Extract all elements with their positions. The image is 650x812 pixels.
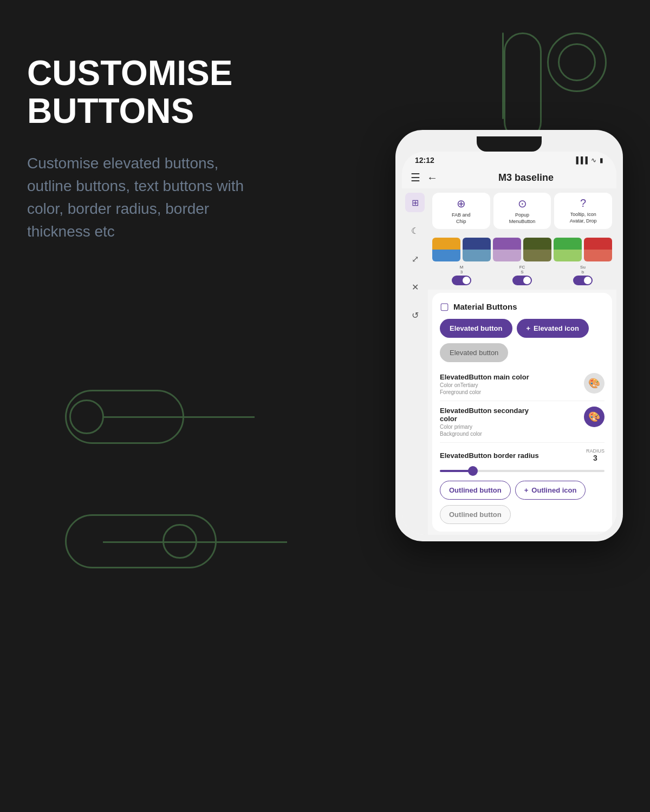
sidebar-item-theme[interactable]: ☾ — [405, 221, 425, 240]
deco-toggle-mid-left-circle — [69, 400, 104, 434]
outlined-plus-icon: + — [524, 486, 529, 494]
section-header-icon: ▢ — [440, 300, 449, 312]
back-icon[interactable]: ← — [427, 172, 438, 184]
swatch-group-sub: Sub — [554, 265, 612, 285]
elevated-icon-button[interactable]: + Elevated icon — [517, 319, 589, 338]
left-section: CUSTOMISE BUTTONS Customise elevated but… — [27, 54, 255, 243]
color-picker-secondary[interactable]: 🎨 — [584, 407, 604, 427]
swatch-5[interactable] — [554, 238, 582, 261]
tab-fab-chip[interactable]: ⊕ FAB andChip — [432, 193, 490, 229]
elevated-button[interactable]: Elevated button — [440, 319, 512, 338]
swatch-toggle-m3[interactable] — [452, 276, 471, 285]
sidebar-item-refresh[interactable]: ↺ — [405, 305, 425, 325]
swatch-3[interactable] — [493, 238, 521, 261]
deco-pill-top — [504, 32, 542, 141]
swatch-labels: M3 FCS Sub — [432, 265, 612, 285]
status-icons: ▐▐▐ ∿ ▮ — [574, 156, 603, 164]
fab-chip-icon: ⊕ — [457, 197, 466, 210]
sidebar: ⊞ ☾ ⤢ ✕ ↺ — [402, 188, 428, 535]
swatch-label-fcs: FCS — [519, 265, 525, 274]
btn-row-2: Elevated button — [440, 343, 604, 362]
color-option-main-title: ElevatedButton main color — [440, 373, 529, 381]
swatch-toggle-fcs[interactable] — [512, 276, 532, 285]
slider-thumb[interactable] — [468, 466, 478, 476]
main-content: ⊕ FAB andChip ⊙ PopupMenuButton ? Toolti… — [428, 188, 616, 535]
slider-track[interactable] — [440, 470, 604, 472]
plus-icon: + — [526, 324, 531, 332]
btn-row-outlined: Outlined button + Outlined icon — [440, 481, 604, 500]
app-body: ⊞ ☾ ⤢ ✕ ↺ ⊕ FAB andChip ⊙ — [402, 188, 616, 535]
phone-outer: 12:12 ▐▐▐ ∿ ▮ ☰ ← M3 baseline ⊞ ☾ ⤢ — [395, 130, 623, 541]
tooltip-icon: ? — [580, 197, 586, 209]
swatch-group-fcs: FCS — [493, 265, 551, 285]
main-title: CUSTOMISE BUTTONS — [27, 54, 255, 130]
color-picker-main[interactable]: 🎨 — [584, 373, 604, 394]
elevated-button-secondary-label: Elevated button — [450, 349, 498, 357]
radius-badge-value: 3 — [586, 454, 604, 462]
color-option-secondary-sub2: Background color — [440, 431, 529, 437]
outlined-secondary-label: Outlined button — [449, 510, 502, 519]
color-option-secondary-text: ElevatedButton secondarycolor Color prim… — [440, 407, 529, 437]
swatch-2[interactable] — [463, 238, 491, 261]
tab-popup-menu[interactable]: ⊙ PopupMenuButton — [493, 193, 551, 229]
color-option-secondary-title: ElevatedButton secondarycolor — [440, 407, 529, 423]
elevated-button-label: Elevated button — [450, 324, 503, 332]
deco-toggle-mid-left — [65, 390, 184, 444]
swatch-label-sub: Sub — [580, 265, 586, 274]
swatch-toggle-sub[interactable] — [573, 276, 593, 285]
outlined-button[interactable]: Outlined button — [440, 481, 511, 500]
radius-row: ElevatedButton border radius RADIUS 3 — [440, 443, 604, 468]
sidebar-item-expand[interactable]: ⤢ — [405, 249, 425, 269]
phone-container: 12:12 ▐▐▐ ∿ ▮ ☰ ← M3 baseline ⊞ ☾ ⤢ — [395, 130, 623, 541]
outlined-icon-label: Outlined icon — [531, 486, 576, 494]
section-header: ▢ Material Buttons — [440, 300, 604, 312]
tab-row: ⊕ FAB andChip ⊙ PopupMenuButton ? Toolti… — [428, 188, 616, 233]
sidebar-item-minimize[interactable]: ✕ — [405, 277, 425, 297]
buttons-section: ▢ Material Buttons Elevated button + Ele… — [432, 293, 612, 532]
radius-badge: RADIUS 3 — [586, 448, 604, 462]
deco-line-vertical — [502, 32, 504, 119]
elevated-button-secondary[interactable]: Elevated button — [440, 343, 508, 362]
deco-circle-top — [547, 32, 607, 92]
swatch-label-m3: M3 — [460, 265, 464, 274]
outlined-icon-button[interactable]: + Outlined icon — [515, 481, 586, 500]
btn-row-1: Elevated button + Elevated icon — [440, 319, 604, 338]
outlined-secondary-button[interactable]: Outlined button — [440, 505, 511, 524]
wifi-icon: ∿ — [591, 156, 596, 164]
outlined-secondary-partial: Outlined button — [440, 505, 604, 524]
deco-toggle-bottom-left — [65, 514, 217, 568]
tooltip-label: Tooltip, IconAvatar, Drop — [570, 212, 597, 224]
swatch-1[interactable] — [432, 238, 460, 261]
color-option-secondary-sub1: Color primary — [440, 424, 529, 430]
header-title: M3 baseline — [444, 172, 608, 184]
elevated-icon-label: Elevated icon — [534, 324, 579, 332]
deco-line-bottom — [103, 541, 287, 543]
swatch-row — [432, 238, 612, 261]
swatch-4[interactable] — [523, 238, 551, 261]
popup-menu-icon: ⊙ — [518, 197, 527, 210]
swatch-group-m3: M3 — [432, 265, 491, 285]
color-option-main: ElevatedButton main color Color onTertia… — [440, 368, 604, 401]
deco-line-mid — [103, 416, 255, 418]
tab-tooltip-icon[interactable]: ? Tooltip, IconAvatar, Drop — [554, 193, 612, 229]
app-header: ☰ ← M3 baseline — [402, 167, 616, 188]
section-header-title: Material Buttons — [453, 302, 517, 311]
menu-icon[interactable]: ☰ — [411, 171, 420, 184]
battery-icon: ▮ — [600, 156, 603, 164]
swatch-6[interactable] — [584, 238, 612, 261]
swatch-section: M3 FCS Sub — [428, 233, 616, 290]
color-option-main-text: ElevatedButton main color Color onTertia… — [440, 373, 529, 395]
radius-label: ElevatedButton border radius — [440, 451, 539, 460]
color-option-secondary: ElevatedButton secondarycolor Color prim… — [440, 401, 604, 443]
radius-badge-label: RADIUS — [586, 448, 604, 454]
deco-toggle-bottom-circle — [162, 524, 197, 559]
outlined-button-label: Outlined button — [449, 486, 502, 494]
popup-menu-label: PopupMenuButton — [509, 212, 536, 225]
sidebar-item-grid[interactable]: ⊞ — [405, 193, 425, 212]
fab-chip-label: FAB andChip — [452, 212, 471, 225]
slider-container — [440, 468, 604, 472]
status-bar: 12:12 ▐▐▐ ∿ ▮ — [402, 152, 616, 167]
sub-description: Customise elevated buttons, outline butt… — [27, 152, 255, 243]
color-option-main-sub1: Color onTertiary — [440, 382, 529, 388]
status-time: 12:12 — [415, 156, 434, 165]
